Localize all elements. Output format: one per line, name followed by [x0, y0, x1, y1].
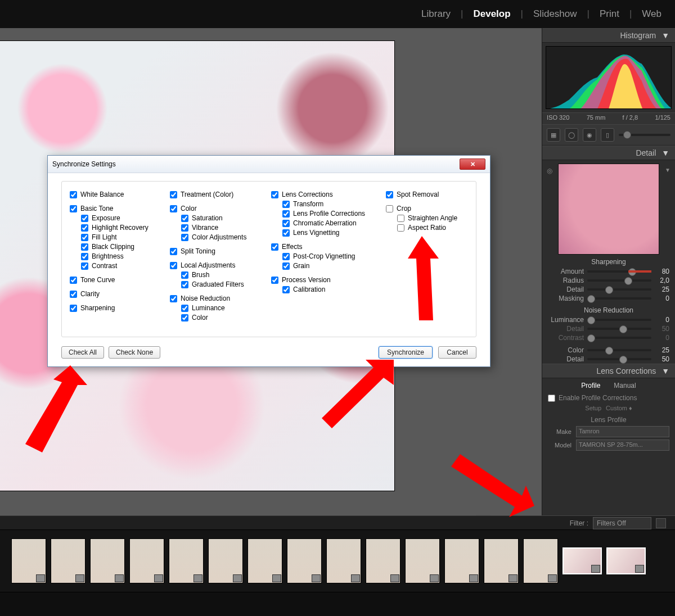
ck-noise-reduction[interactable]: Noise Reduction: [170, 295, 259, 303]
ck-label: Clarity: [80, 290, 100, 298]
ck-label: Crop: [397, 205, 411, 213]
ck-label: Color Adjustments: [192, 233, 246, 242]
ck-label: Black Clipping: [92, 243, 134, 251]
ck-label: Tone Curve: [80, 276, 115, 284]
ck-label: White Balance: [80, 191, 124, 199]
ck-aspect-ratio[interactable]: Aspect Ratio: [397, 224, 465, 232]
ck-local-adj[interactable]: Local Adjustments: [170, 261, 259, 270]
ck-highlight[interactable]: Highlight Recovery: [81, 224, 158, 232]
ck-grad-filters[interactable]: Graduated Filters: [181, 280, 259, 289]
ck-black-clipping[interactable]: Black Clipping: [81, 243, 158, 251]
ck-label: Highlight Recovery: [92, 224, 148, 232]
dialog-title: Synchronize Settings: [52, 160, 116, 168]
ck-treatment[interactable]: Treatment (Color): [170, 191, 259, 199]
ck-label: Color: [181, 205, 197, 213]
ck-brightness[interactable]: Brightness: [81, 252, 158, 261]
ck-spot-removal[interactable]: Spot Removal: [386, 191, 465, 199]
ck-effects[interactable]: Effects: [271, 243, 374, 251]
close-icon[interactable]: ✕: [460, 158, 485, 170]
ck-post-crop-vignette[interactable]: Post-Crop Vignetting: [282, 252, 374, 261]
ck-label: Effects: [282, 243, 302, 251]
ck-label: Contrast: [92, 262, 117, 270]
ck-brush[interactable]: Brush: [181, 271, 259, 279]
ck-nr-color[interactable]: Color: [181, 314, 259, 322]
ck-label: Lens Vignetting: [293, 229, 340, 237]
ck-label: Brush: [192, 271, 209, 279]
ck-label: Exposure: [92, 214, 120, 223]
ck-vibrance[interactable]: Vibrance: [181, 224, 259, 232]
ck-contrast[interactable]: Contrast: [81, 262, 158, 270]
ck-tone-curve[interactable]: Tone Curve: [70, 276, 158, 284]
ck-label: Grain: [293, 262, 309, 270]
dialog-titlebar[interactable]: Synchronize Settings ✕: [48, 156, 490, 173]
ck-label: Lens Corrections: [282, 191, 333, 199]
ck-label: Local Adjustments: [181, 261, 235, 270]
ck-label: Saturation: [192, 214, 223, 223]
ck-label: Calibration: [293, 286, 325, 294]
ck-label: Noise Reduction: [181, 295, 230, 303]
ck-split-toning[interactable]: Split Toning: [170, 247, 259, 256]
ck-label: Process Version: [282, 276, 331, 284]
ck-label: Lens Profile Corrections: [293, 210, 365, 218]
ck-exposure[interactable]: Exposure: [81, 214, 158, 223]
ck-label: Straighten Angle: [408, 214, 457, 223]
ck-clarity[interactable]: Clarity: [70, 290, 158, 298]
ck-label: Chromatic Aberration: [293, 219, 357, 228]
ck-label: Sharpening: [80, 304, 115, 312]
synchronize-button[interactable]: Synchronize: [379, 346, 433, 359]
ck-label: Color: [192, 314, 208, 322]
ck-label: Vibrance: [192, 224, 218, 232]
ck-label: Post-Crop Vignetting: [293, 252, 356, 261]
ck-lens-profile[interactable]: Lens Profile Corrections: [282, 210, 374, 218]
check-all-button[interactable]: Check All: [61, 346, 104, 359]
ck-label: Transform: [293, 200, 323, 209]
ck-label: Fill Light: [92, 233, 117, 242]
ck-label: Aspect Ratio: [408, 224, 446, 232]
ck-lens-vignetting[interactable]: Lens Vignetting: [282, 229, 374, 237]
ck-white-balance[interactable]: White Balance: [70, 191, 158, 199]
ck-straighten[interactable]: Straighten Angle: [397, 214, 465, 223]
ck-transform[interactable]: Transform: [282, 200, 374, 209]
check-none-button[interactable]: Check None: [109, 346, 160, 359]
ck-label: Treatment (Color): [181, 191, 233, 199]
ck-grain[interactable]: Grain: [282, 262, 374, 270]
ck-color-adjustments[interactable]: Color Adjustments: [181, 233, 259, 242]
ck-color[interactable]: Color: [170, 205, 259, 213]
ck-label: Spot Removal: [397, 191, 439, 199]
ck-nr-luminance[interactable]: Luminance: [181, 304, 259, 312]
ck-sharpening[interactable]: Sharpening: [70, 304, 158, 312]
ck-process-version[interactable]: Process Version: [271, 276, 374, 284]
ck-label: Luminance: [192, 304, 225, 312]
sync-settings-dialog: Synchronize Settings ✕ White Balance Bas…: [47, 155, 490, 367]
ck-lens-corrections[interactable]: Lens Corrections: [271, 191, 374, 199]
cancel-button[interactable]: Cancel: [438, 346, 476, 359]
ck-saturation[interactable]: Saturation: [181, 214, 259, 223]
modal-backdrop: Synchronize Settings ✕ White Balance Bas…: [0, 0, 675, 616]
ck-label: Graduated Filters: [192, 280, 244, 289]
ck-label: Basic Tone: [80, 205, 113, 213]
ck-label: Brightness: [92, 252, 124, 261]
ck-basic-tone[interactable]: Basic Tone: [70, 205, 158, 213]
ck-calibration[interactable]: Calibration: [282, 286, 374, 294]
ck-label: Split Toning: [181, 247, 215, 256]
ck-crop[interactable]: Crop: [386, 205, 465, 213]
ck-chromatic[interactable]: Chromatic Aberration: [282, 219, 374, 228]
ck-fill-light[interactable]: Fill Light: [81, 233, 158, 242]
